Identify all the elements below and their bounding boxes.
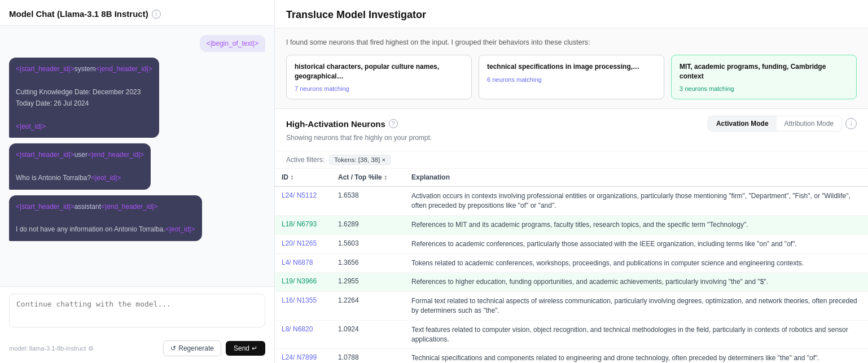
cluster-neurons-1: 6 neurons matching — [487, 76, 656, 83]
filter-tag[interactable]: Tokens: [38, 38] × — [329, 155, 391, 165]
td-id-0[interactable]: L24/ N5112 — [275, 186, 331, 215]
col-id-label: ID ↕ — [282, 173, 293, 181]
table-row[interactable]: L24/ N78991.0788Technical specifications… — [275, 349, 868, 363]
token-start-header-2: <|start_header_id|> — [16, 151, 74, 159]
token-start-header-1: <|start_header_id|> — [16, 65, 74, 73]
table-row[interactable]: L19/ N39661.2955References to higher edu… — [275, 273, 868, 292]
right-panel-title: Transluce Model Investigator — [286, 9, 857, 28]
model-chat-info-icon[interactable]: i — [152, 10, 161, 19]
td-exp-3: Tokens related to academic conferences, … — [405, 253, 868, 273]
th-act[interactable]: Act / Top %ile ↕ — [331, 169, 405, 186]
td-exp-7: Technical specifications and components … — [405, 349, 868, 363]
model-label: model: llama-3.1-8b-instruct ⚙ — [9, 345, 94, 352]
mode-controls: Activation Mode Attribution Mode i — [708, 116, 857, 132]
clusters-intro: I found some neurons that fired highest … — [286, 37, 857, 48]
chat-footer: model: llama-3.1-8b-instruct ⚙ ↺ Regener… — [0, 336, 274, 363]
th-explanation: Explanation — [405, 169, 868, 186]
td-id-7[interactable]: L24/ N7899 — [275, 349, 331, 363]
td-id-2[interactable]: L20/ N1265 — [275, 234, 331, 253]
cluster-title-1: technical specifications in image proces… — [487, 62, 656, 72]
chat-bubble-2: <|start_header_id|>system<|end_header_id… — [9, 58, 159, 138]
td-id-1[interactable]: L18/ N6793 — [275, 215, 331, 234]
left-header: Model Chat (Llama-3.1 8B Instruct) i — [0, 0, 274, 26]
table-row[interactable]: L24/ N51121.6538Activation occurs in con… — [275, 186, 868, 215]
ha-info-icon[interactable]: ? — [389, 119, 398, 128]
cluster-title-2: MIT, academic programs, funding, Cambrid… — [680, 62, 848, 81]
system-content: Cutting Knowledge Date: December 2023Tod… — [16, 88, 141, 107]
send-icon: ↵ — [252, 344, 257, 352]
gear-icon[interactable]: ⚙ — [88, 345, 94, 352]
filter-tag-text: Tokens: [38, 38] × — [334, 156, 385, 163]
td-act-3: 1.3656 — [331, 253, 405, 273]
chat-message-4: <|start_header_id|>assistant<|end_header… — [9, 195, 202, 241]
regenerate-button[interactable]: ↺ Regenerate — [163, 340, 221, 356]
token-end-header-3: <|end_header_id|> — [101, 203, 157, 211]
chat-message-1: <|begin_of_text|> — [200, 35, 265, 52]
chat-message-2: <|start_header_id|>system<|end_header_id… — [9, 58, 159, 138]
token-start-header-3: <|start_header_id|> — [16, 203, 74, 211]
chat-messages: <|begin_of_text|> <|start_header_id|>sys… — [0, 26, 274, 286]
send-label: Send — [234, 344, 249, 352]
mode-toggle: Activation Mode Attribution Mode — [708, 116, 842, 132]
th-id[interactable]: ID ↕ — [275, 169, 331, 186]
clusters-section: I found some neurons that fired highest … — [275, 28, 868, 109]
col-act-label: Act / Top %ile ↕ — [338, 173, 387, 181]
cluster-card-0[interactable]: historical characters, popular culture n… — [286, 55, 472, 100]
cluster-card-1[interactable]: technical specifications in image proces… — [479, 55, 664, 100]
left-panel: Model Chat (Llama-3.1 8B Instruct) i <|b… — [0, 0, 275, 363]
send-button[interactable]: Send ↵ — [226, 341, 265, 356]
user-message: Who is Antonio Torralba? — [16, 174, 91, 182]
td-act-1: 1.6289 — [331, 215, 405, 234]
token-end-header-2: <|end_header_id|> — [87, 151, 144, 159]
td-act-2: 1.5603 — [331, 234, 405, 253]
chat-input-area — [0, 286, 274, 336]
td-act-0: 1.6538 — [331, 186, 405, 215]
attribution-mode-button[interactable]: Attribution Mode — [777, 116, 841, 131]
ha-title-group: High-Activation Neurons ? — [286, 119, 398, 129]
chat-actions: ↺ Regenerate Send ↵ — [163, 340, 265, 356]
td-id-3[interactable]: L4/ N6878 — [275, 253, 331, 273]
td-exp-5: Formal text related to technical aspects… — [405, 292, 868, 321]
neurons-table: ID ↕ Act / Top %ile ↕ Explanation L24/ N… — [275, 169, 868, 363]
token-begin: <|begin_of_text|> — [207, 40, 258, 47]
chat-input[interactable] — [9, 294, 265, 327]
token-assistant: assistant — [74, 203, 101, 211]
td-act-6: 1.0924 — [331, 320, 405, 349]
table-row[interactable]: L20/ N12651.5603References to academic c… — [275, 234, 868, 253]
chat-bubble-1: <|begin_of_text|> — [200, 35, 265, 52]
ha-header: High-Activation Neurons ? Activation Mod… — [286, 116, 857, 132]
cluster-card-2[interactable]: MIT, academic programs, funding, Cambrid… — [671, 55, 857, 100]
model-label-text: model: llama-3.1-8b-instruct — [9, 345, 86, 352]
td-act-7: 1.0788 — [331, 349, 405, 363]
table-header-row: ID ↕ Act / Top %ile ↕ Explanation — [275, 169, 868, 186]
active-filters-label: Active filters: — [286, 156, 325, 164]
clusters-grid: historical characters, popular culture n… — [286, 55, 857, 100]
chat-bubble-3: <|start_header_id|>user<|end_header_id|>… — [9, 143, 151, 189]
table-row[interactable]: L16/ N13551.2264Formal text related to t… — [275, 292, 868, 321]
ha-title: High-Activation Neurons — [286, 119, 385, 129]
td-exp-0: Activation occurs in contexts involving … — [405, 186, 868, 215]
td-id-4[interactable]: L19/ N3966 — [275, 273, 331, 292]
chat-message-3: <|start_header_id|>user<|end_header_id|>… — [9, 143, 151, 189]
table-row[interactable]: L4/ N68781.3656Tokens related to academi… — [275, 253, 868, 273]
td-id-5[interactable]: L16/ N1355 — [275, 292, 331, 321]
right-header: Transluce Model Investigator — [275, 0, 868, 28]
col-explanation-label: Explanation — [411, 173, 450, 181]
activation-mode-button[interactable]: Activation Mode — [708, 116, 777, 131]
td-exp-6: Text features related to computer vision… — [405, 320, 868, 349]
td-act-4: 1.2955 — [331, 273, 405, 292]
regenerate-icon: ↺ — [170, 344, 176, 352]
td-exp-4: References to higher education, funding … — [405, 273, 868, 292]
td-id-6[interactable]: L8/ N6820 — [275, 320, 331, 349]
ha-section: High-Activation Neurons ? Activation Mod… — [275, 109, 868, 151]
regenerate-label: Regenerate — [178, 344, 214, 352]
neurons-tbody: L24/ N51121.6538Activation occurs in con… — [275, 186, 868, 363]
mode-info-icon[interactable]: i — [845, 118, 857, 129]
table-row[interactable]: L8/ N68201.0924Text features related to … — [275, 320, 868, 349]
cluster-neurons-2: 3 neurons matching — [680, 85, 848, 92]
table-row[interactable]: L18/ N67931.6289References to MIT and it… — [275, 215, 868, 234]
filters-row: Active filters: Tokens: [38, 38] × — [275, 151, 868, 169]
token-user: user — [74, 151, 87, 159]
token-end-header-1: <|end_header_id|> — [96, 65, 152, 73]
cluster-neurons-0: 7 neurons matching — [295, 85, 463, 92]
